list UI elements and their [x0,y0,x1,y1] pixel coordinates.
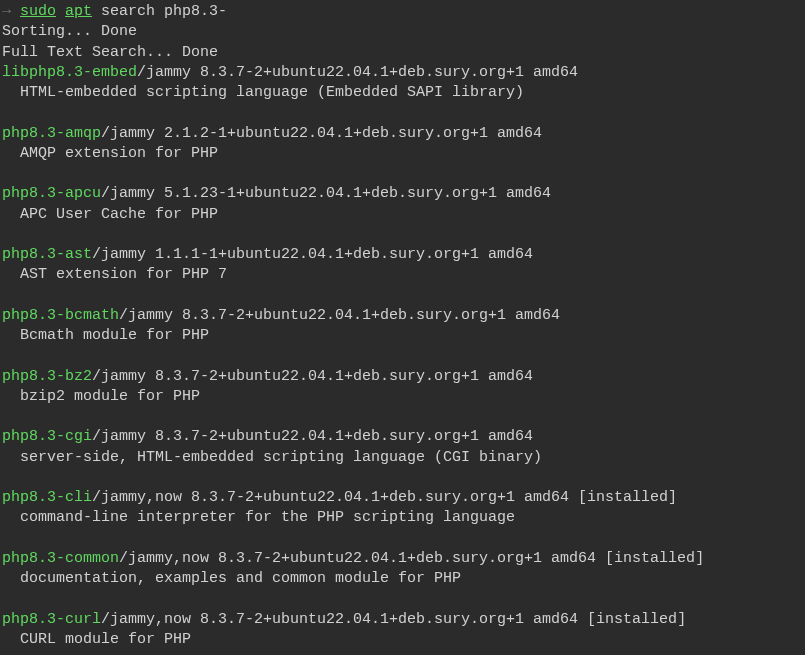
package-description: documentation, examples and common modul… [2,569,803,589]
apt-command: apt [65,3,92,20]
package-entry: php8.3-bcmath/jammy 8.3.7-2+ubuntu22.04.… [2,306,803,347]
package-meta: /jammy 8.3.7-2+ubuntu22.04.1+deb.sury.or… [92,368,533,385]
package-name: php8.3-bcmath [2,307,119,324]
package-header-line: php8.3-apcu/jammy 5.1.23-1+ubuntu22.04.1… [2,184,803,204]
package-description: AMQP extension for PHP [2,144,803,164]
package-meta: /jammy,now 8.3.7-2+ubuntu22.04.1+deb.sur… [119,550,704,567]
package-entry: php8.3-amqp/jammy 2.1.2-1+ubuntu22.04.1+… [2,124,803,165]
package-meta: /jammy,now 8.3.7-2+ubuntu22.04.1+deb.sur… [101,611,686,628]
command-args: search php8.3- [101,3,227,20]
package-name: libphp8.3-embed [2,64,137,81]
package-header-line: php8.3-curl/jammy,now 8.3.7-2+ubuntu22.0… [2,610,803,630]
package-entry: php8.3-ast/jammy 1.1.1-1+ubuntu22.04.1+d… [2,245,803,286]
package-entry: php8.3-apcu/jammy 5.1.23-1+ubuntu22.04.1… [2,184,803,225]
package-meta: /jammy 8.3.7-2+ubuntu22.04.1+deb.sury.or… [119,307,560,324]
package-description: APC User Cache for PHP [2,205,803,225]
package-name: php8.3-cgi [2,428,92,445]
package-description: HTML-embedded scripting language (Embedd… [2,83,803,103]
package-header-line: php8.3-cli/jammy,now 8.3.7-2+ubuntu22.04… [2,488,803,508]
package-name: php8.3-bz2 [2,368,92,385]
packages-list: libphp8.3-embed/jammy 8.3.7-2+ubuntu22.0… [2,63,803,650]
package-name: php8.3-ast [2,246,92,263]
package-description: server-side, HTML-embedded scripting lan… [2,448,803,468]
sorting-status: Sorting... Done [2,23,137,40]
package-meta: /jammy 8.3.7-2+ubuntu22.04.1+deb.sury.or… [92,428,533,445]
prompt-arrow-icon: → [2,3,11,20]
package-header-line: php8.3-ast/jammy 1.1.1-1+ubuntu22.04.1+d… [2,245,803,265]
package-header-line: php8.3-common/jammy,now 8.3.7-2+ubuntu22… [2,549,803,569]
sudo-command: sudo [20,3,56,20]
package-description: command-line interpreter for the PHP scr… [2,508,803,528]
package-header-line: php8.3-amqp/jammy 2.1.2-1+ubuntu22.04.1+… [2,124,803,144]
package-name: php8.3-amqp [2,125,101,142]
package-header-line: libphp8.3-embed/jammy 8.3.7-2+ubuntu22.0… [2,63,803,83]
terminal-output: → sudo apt search php8.3- Sorting... Don… [2,2,803,650]
package-entry: php8.3-bz2/jammy 8.3.7-2+ubuntu22.04.1+d… [2,367,803,408]
prompt-line: → sudo apt search php8.3- [2,3,227,20]
package-entry: php8.3-curl/jammy,now 8.3.7-2+ubuntu22.0… [2,610,803,651]
package-header-line: php8.3-cgi/jammy 8.3.7-2+ubuntu22.04.1+d… [2,427,803,447]
package-meta: /jammy 2.1.2-1+ubuntu22.04.1+deb.sury.or… [101,125,542,142]
package-description: Bcmath module for PHP [2,326,803,346]
package-entry: libphp8.3-embed/jammy 8.3.7-2+ubuntu22.0… [2,63,803,104]
package-meta: /jammy,now 8.3.7-2+ubuntu22.04.1+deb.sur… [92,489,677,506]
package-name: php8.3-apcu [2,185,101,202]
package-name: php8.3-cli [2,489,92,506]
package-meta: /jammy 8.3.7-2+ubuntu22.04.1+deb.sury.or… [137,64,578,81]
package-name: php8.3-curl [2,611,101,628]
package-meta: /jammy 1.1.1-1+ubuntu22.04.1+deb.sury.or… [92,246,533,263]
package-entry: php8.3-cgi/jammy 8.3.7-2+ubuntu22.04.1+d… [2,427,803,468]
package-entry: php8.3-cli/jammy,now 8.3.7-2+ubuntu22.04… [2,488,803,529]
package-description: CURL module for PHP [2,630,803,650]
package-entry: php8.3-common/jammy,now 8.3.7-2+ubuntu22… [2,549,803,590]
fulltext-status: Full Text Search... Done [2,44,218,61]
package-meta: /jammy 5.1.23-1+ubuntu22.04.1+deb.sury.o… [101,185,551,202]
package-header-line: php8.3-bcmath/jammy 8.3.7-2+ubuntu22.04.… [2,306,803,326]
package-header-line: php8.3-bz2/jammy 8.3.7-2+ubuntu22.04.1+d… [2,367,803,387]
package-name: php8.3-common [2,550,119,567]
package-description: bzip2 module for PHP [2,387,803,407]
package-description: AST extension for PHP 7 [2,265,803,285]
